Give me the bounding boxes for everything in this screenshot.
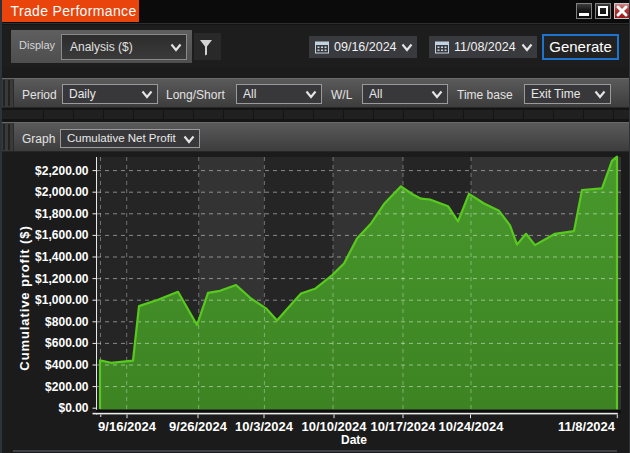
svg-text:$2,000.00: $2,000.00 xyxy=(35,185,89,199)
svg-text:$400.00: $400.00 xyxy=(45,358,89,372)
svg-text:Cumulative profit ($): Cumulative profit ($) xyxy=(17,225,32,370)
svg-text:Date: Date xyxy=(341,433,367,447)
svg-text:$1,400.00: $1,400.00 xyxy=(35,250,89,264)
svg-text:11/8/2024: 11/8/2024 xyxy=(558,419,616,434)
svg-text:$600.00: $600.00 xyxy=(45,336,89,350)
svg-text:$1,600.00: $1,600.00 xyxy=(35,228,89,242)
svg-text:$1,000.00: $1,000.00 xyxy=(35,293,89,307)
svg-text:$2,200.00: $2,200.00 xyxy=(35,164,89,178)
svg-text:9/16/2024: 9/16/2024 xyxy=(98,419,157,434)
svg-text:10/17/2024: 10/17/2024 xyxy=(370,419,436,434)
svg-text:$0.00: $0.00 xyxy=(58,401,88,415)
svg-text:$1,200.00: $1,200.00 xyxy=(35,272,89,286)
svg-text:$1,800.00: $1,800.00 xyxy=(35,207,89,221)
svg-text:10/24/2024: 10/24/2024 xyxy=(438,419,504,434)
svg-text:9/26/2024: 9/26/2024 xyxy=(169,419,228,434)
svg-text:10/3/2024: 10/3/2024 xyxy=(235,419,294,434)
svg-text:$200.00: $200.00 xyxy=(45,380,89,394)
svg-text:$800.00: $800.00 xyxy=(45,315,89,329)
